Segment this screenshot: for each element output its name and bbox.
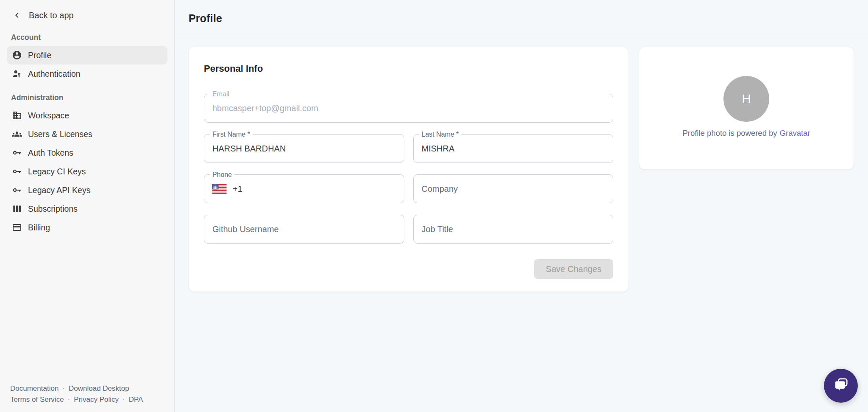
sidebar-item-authentication[interactable]: Authentication bbox=[7, 64, 167, 83]
gravatar-caption-text: Profile photo is powered by bbox=[682, 129, 777, 138]
sidebar-item-auth-tokens[interactable]: Auth Tokens bbox=[7, 143, 167, 162]
us-flag-icon[interactable] bbox=[212, 184, 227, 194]
sidebar-item-label: Auth Tokens bbox=[28, 148, 73, 158]
passkey-icon bbox=[12, 69, 22, 79]
last-name-label: Last Name * bbox=[419, 131, 462, 138]
last-name-input[interactable] bbox=[422, 144, 605, 154]
sidebar-footer: Documentation·Download Desktop Terms of … bbox=[10, 383, 174, 405]
avatar: H bbox=[723, 76, 769, 122]
columns-icon bbox=[12, 204, 22, 214]
gravatar-link[interactable]: Gravatar bbox=[780, 129, 810, 138]
main-header: Profile bbox=[175, 0, 868, 37]
first-name-field: First Name * bbox=[204, 134, 404, 163]
email-input[interactable] bbox=[212, 104, 605, 113]
sidebar-item-legacy-ci-keys[interactable]: Legacy CI Keys bbox=[7, 162, 167, 181]
main-area: Profile Personal Info Email First Name *… bbox=[175, 0, 868, 412]
sidebar-item-label: Billing bbox=[28, 223, 50, 233]
section-title-administration: Administration bbox=[11, 93, 174, 102]
documentation-link[interactable]: Documentation bbox=[10, 384, 58, 392]
sidebar-item-subscriptions[interactable]: Subscriptions bbox=[7, 199, 167, 218]
back-to-app-button[interactable]: Back to app bbox=[12, 10, 174, 20]
sidebar-item-legacy-api-keys[interactable]: Legacy API Keys bbox=[7, 181, 167, 199]
sidebar-item-workspace[interactable]: Workspace bbox=[7, 106, 167, 125]
phone-dial-code: +1 bbox=[233, 184, 242, 194]
sidebar-item-label: Subscriptions bbox=[28, 204, 78, 214]
download-desktop-link[interactable]: Download Desktop bbox=[69, 384, 129, 392]
key-icon bbox=[12, 166, 22, 177]
phone-field: Phone bbox=[204, 174, 404, 203]
save-row: Save Changes bbox=[204, 259, 613, 279]
sidebar-item-label: Legacy CI Keys bbox=[28, 167, 86, 177]
footer-row: Documentation·Download Desktop bbox=[10, 383, 174, 394]
section-title-account: Account bbox=[11, 33, 174, 42]
first-name-label: First Name * bbox=[210, 131, 253, 138]
company-field bbox=[413, 174, 614, 203]
phone-label: Phone bbox=[210, 171, 234, 179]
job-title-input[interactable] bbox=[422, 224, 605, 234]
separator-dot: · bbox=[122, 395, 125, 404]
sidebar-item-label: Users & Licenses bbox=[28, 129, 92, 139]
personal-info-title: Personal Info bbox=[204, 63, 613, 74]
sidebar-item-label: Workspace bbox=[28, 111, 69, 121]
sidebar-item-label: Authentication bbox=[28, 69, 81, 79]
chevron-left-icon bbox=[12, 10, 22, 20]
key-icon bbox=[12, 185, 22, 195]
sidebar-item-users-licenses[interactable]: Users & Licenses bbox=[7, 125, 167, 143]
privacy-policy-link[interactable]: Privacy Policy bbox=[74, 395, 119, 404]
credit-card-icon bbox=[12, 222, 22, 233]
back-to-app-label: Back to app bbox=[29, 11, 74, 20]
save-changes-button[interactable]: Save Changes bbox=[534, 259, 613, 279]
sidebar-spacer bbox=[0, 237, 174, 383]
github-username-field bbox=[204, 215, 404, 244]
account-circle-icon bbox=[12, 50, 22, 60]
gravatar-card: H Profile photo is powered by Gravatar bbox=[639, 47, 854, 170]
email-label: Email bbox=[210, 90, 232, 98]
personal-info-card: Personal Info Email First Name * Last Na… bbox=[188, 47, 629, 292]
sidebar-item-label: Profile bbox=[28, 50, 51, 60]
job-title-field bbox=[413, 215, 614, 244]
sidebar-item-profile[interactable]: Profile bbox=[7, 46, 167, 64]
separator-dot: · bbox=[62, 384, 65, 392]
github-username-input[interactable] bbox=[212, 224, 396, 234]
dpa-link[interactable]: DPA bbox=[129, 395, 143, 404]
company-input[interactable] bbox=[422, 184, 605, 194]
building-icon bbox=[12, 110, 22, 121]
chat-bubbles-icon bbox=[832, 376, 850, 395]
first-name-input[interactable] bbox=[212, 144, 396, 154]
sidebar-item-billing[interactable]: Billing bbox=[7, 218, 167, 237]
terms-of-service-link[interactable]: Terms of Service bbox=[10, 395, 64, 404]
footer-row: Terms of Service·Privacy Policy·DPA bbox=[10, 394, 174, 405]
phone-input[interactable] bbox=[247, 184, 396, 194]
separator-dot: · bbox=[68, 395, 70, 404]
key-icon bbox=[12, 148, 22, 158]
sidebar-item-label: Legacy API Keys bbox=[28, 185, 90, 195]
last-name-field: Last Name * bbox=[413, 134, 614, 163]
page-title: Profile bbox=[189, 12, 222, 25]
email-field: Email bbox=[204, 94, 613, 123]
sidebar: Back to app Account Profile Authenticati… bbox=[0, 0, 175, 412]
chat-widget-button[interactable] bbox=[824, 369, 858, 403]
groups-icon bbox=[12, 129, 22, 139]
content: Personal Info Email First Name * Last Na… bbox=[175, 37, 868, 292]
gravatar-caption: Profile photo is powered by Gravatar bbox=[682, 129, 810, 138]
personal-info-form: Email First Name * Last Name * Phone bbox=[204, 94, 613, 244]
